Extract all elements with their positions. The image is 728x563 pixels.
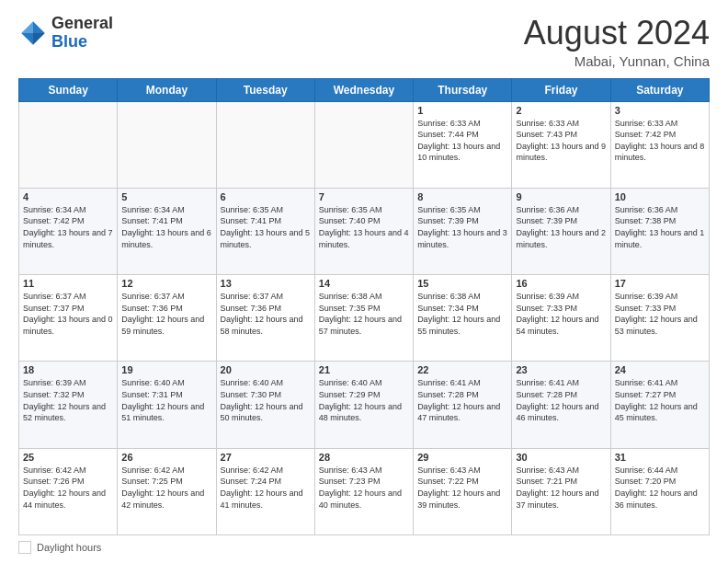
day-info: Sunrise: 6:40 AM Sunset: 7:30 PM Dayligh… — [221, 377, 311, 423]
calendar-week-row: 1Sunrise: 6:33 AM Sunset: 7:44 PM Daylig… — [19, 101, 710, 188]
day-header-saturday: Saturday — [610, 78, 709, 101]
day-number: 2 — [516, 105, 606, 116]
calendar-week-row: 25Sunrise: 6:42 AM Sunset: 7:26 PM Dayli… — [19, 448, 710, 534]
calendar-cell: 14Sunrise: 6:38 AM Sunset: 7:35 PM Dayli… — [314, 275, 413, 362]
day-info: Sunrise: 6:42 AM Sunset: 7:26 PM Dayligh… — [23, 465, 113, 511]
logo-text-blue: Blue — [51, 32, 87, 51]
day-header-sunday: Sunday — [19, 78, 118, 101]
svg-marker-0 — [33, 21, 45, 33]
calendar-cell: 21Sunrise: 6:40 AM Sunset: 7:29 PM Dayli… — [314, 362, 413, 448]
calendar-cell — [216, 101, 314, 188]
footer: Daylight hours — [18, 541, 710, 554]
day-info: Sunrise: 6:39 AM Sunset: 7:32 PM Dayligh… — [23, 377, 113, 423]
day-info: Sunrise: 6:36 AM Sunset: 7:39 PM Dayligh… — [516, 204, 606, 250]
calendar-cell: 2Sunrise: 6:33 AM Sunset: 7:43 PM Daylig… — [512, 101, 610, 188]
calendar-cell: 12Sunrise: 6:37 AM Sunset: 7:36 PM Dayli… — [118, 275, 216, 362]
day-info: Sunrise: 6:39 AM Sunset: 7:33 PM Dayligh… — [516, 291, 606, 337]
day-number: 21 — [319, 364, 409, 375]
day-info: Sunrise: 6:35 AM Sunset: 7:41 PM Dayligh… — [221, 204, 311, 250]
day-info: Sunrise: 6:43 AM Sunset: 7:22 PM Dayligh… — [417, 465, 507, 511]
day-info: Sunrise: 6:41 AM Sunset: 7:28 PM Dayligh… — [417, 377, 507, 423]
day-number: 27 — [221, 452, 311, 463]
day-info: Sunrise: 6:33 AM Sunset: 7:43 PM Dayligh… — [516, 118, 606, 164]
day-info: Sunrise: 6:37 AM Sunset: 7:36 PM Dayligh… — [221, 291, 311, 337]
calendar-cell: 15Sunrise: 6:38 AM Sunset: 7:34 PM Dayli… — [414, 275, 512, 362]
day-number: 3 — [615, 105, 705, 116]
day-number: 31 — [615, 452, 705, 463]
calendar-cell: 26Sunrise: 6:42 AM Sunset: 7:25 PM Dayli… — [118, 448, 216, 534]
day-info: Sunrise: 6:42 AM Sunset: 7:24 PM Dayligh… — [221, 465, 311, 511]
day-info: Sunrise: 6:43 AM Sunset: 7:21 PM Dayligh… — [516, 465, 606, 511]
day-number: 23 — [516, 364, 606, 375]
day-number: 13 — [221, 278, 311, 289]
calendar-header-row: SundayMondayTuesdayWednesdayThursdayFrid… — [19, 78, 710, 101]
day-info: Sunrise: 6:34 AM Sunset: 7:42 PM Dayligh… — [23, 204, 113, 250]
day-number: 7 — [319, 191, 409, 202]
day-info: Sunrise: 6:41 AM Sunset: 7:28 PM Dayligh… — [516, 377, 606, 423]
title-block: August 2024 Mabai, Yunnan, China — [524, 15, 710, 69]
day-number: 5 — [121, 191, 211, 202]
calendar-cell: 31Sunrise: 6:44 AM Sunset: 7:20 PM Dayli… — [610, 448, 709, 534]
day-info: Sunrise: 6:35 AM Sunset: 7:39 PM Dayligh… — [417, 204, 507, 250]
calendar-cell: 20Sunrise: 6:40 AM Sunset: 7:30 PM Dayli… — [216, 362, 314, 448]
day-number: 16 — [516, 278, 606, 289]
calendar-cell: 6Sunrise: 6:35 AM Sunset: 7:41 PM Daylig… — [216, 188, 314, 274]
footer-label: Daylight hours — [37, 542, 101, 553]
calendar-week-row: 11Sunrise: 6:37 AM Sunset: 7:37 PM Dayli… — [19, 275, 710, 362]
day-number: 4 — [23, 191, 113, 202]
svg-marker-1 — [21, 21, 33, 33]
calendar-cell: 11Sunrise: 6:37 AM Sunset: 7:37 PM Dayli… — [19, 275, 118, 362]
day-info: Sunrise: 6:33 AM Sunset: 7:44 PM Dayligh… — [417, 118, 507, 164]
calendar-cell: 13Sunrise: 6:37 AM Sunset: 7:36 PM Dayli… — [216, 275, 314, 362]
day-header-thursday: Thursday — [414, 78, 512, 101]
day-info: Sunrise: 6:42 AM Sunset: 7:25 PM Dayligh… — [121, 465, 211, 511]
calendar-cell: 25Sunrise: 6:42 AM Sunset: 7:26 PM Dayli… — [19, 448, 118, 534]
day-header-monday: Monday — [118, 78, 216, 101]
day-number: 8 — [417, 191, 507, 202]
svg-marker-2 — [21, 33, 33, 45]
calendar-cell: 9Sunrise: 6:36 AM Sunset: 7:39 PM Daylig… — [512, 188, 610, 274]
calendar-week-row: 4Sunrise: 6:34 AM Sunset: 7:42 PM Daylig… — [19, 188, 710, 274]
calendar-cell: 19Sunrise: 6:40 AM Sunset: 7:31 PM Dayli… — [118, 362, 216, 448]
calendar-cell: 7Sunrise: 6:35 AM Sunset: 7:40 PM Daylig… — [314, 188, 413, 274]
calendar-cell: 22Sunrise: 6:41 AM Sunset: 7:28 PM Dayli… — [414, 362, 512, 448]
calendar-cell: 3Sunrise: 6:33 AM Sunset: 7:42 PM Daylig… — [610, 101, 709, 188]
day-number: 1 — [417, 105, 507, 116]
day-number: 12 — [121, 278, 211, 289]
day-info: Sunrise: 6:43 AM Sunset: 7:23 PM Dayligh… — [319, 465, 409, 511]
location: Mabai, Yunnan, China — [524, 53, 710, 69]
calendar-cell: 4Sunrise: 6:34 AM Sunset: 7:42 PM Daylig… — [19, 188, 118, 274]
calendar-cell — [314, 101, 413, 188]
day-number: 25 — [23, 452, 113, 463]
calendar-cell: 30Sunrise: 6:43 AM Sunset: 7:21 PM Dayli… — [512, 448, 610, 534]
day-info: Sunrise: 6:38 AM Sunset: 7:34 PM Dayligh… — [417, 291, 507, 337]
header: General Blue August 2024 Mabai, Yunnan, … — [18, 15, 710, 69]
day-info: Sunrise: 6:39 AM Sunset: 7:33 PM Dayligh… — [615, 291, 705, 337]
calendar-cell: 17Sunrise: 6:39 AM Sunset: 7:33 PM Dayli… — [610, 275, 709, 362]
day-number: 15 — [417, 278, 507, 289]
day-info: Sunrise: 6:34 AM Sunset: 7:41 PM Dayligh… — [121, 204, 211, 250]
calendar-cell: 10Sunrise: 6:36 AM Sunset: 7:38 PM Dayli… — [610, 188, 709, 274]
day-number: 24 — [615, 364, 705, 375]
day-number: 22 — [417, 364, 507, 375]
svg-marker-3 — [33, 33, 45, 45]
footer-box — [18, 541, 31, 554]
day-number: 6 — [221, 191, 311, 202]
calendar-cell: 18Sunrise: 6:39 AM Sunset: 7:32 PM Dayli… — [19, 362, 118, 448]
day-info: Sunrise: 6:35 AM Sunset: 7:40 PM Dayligh… — [319, 204, 409, 250]
day-number: 19 — [121, 364, 211, 375]
calendar-cell: 27Sunrise: 6:42 AM Sunset: 7:24 PM Dayli… — [216, 448, 314, 534]
calendar-week-row: 18Sunrise: 6:39 AM Sunset: 7:32 PM Dayli… — [19, 362, 710, 448]
day-number: 30 — [516, 452, 606, 463]
calendar-cell: 29Sunrise: 6:43 AM Sunset: 7:22 PM Dayli… — [414, 448, 512, 534]
day-number: 20 — [221, 364, 311, 375]
month-title: August 2024 — [524, 15, 710, 52]
calendar-cell: 23Sunrise: 6:41 AM Sunset: 7:28 PM Dayli… — [512, 362, 610, 448]
day-header-wednesday: Wednesday — [314, 78, 413, 101]
day-number: 17 — [615, 278, 705, 289]
day-info: Sunrise: 6:44 AM Sunset: 7:20 PM Dayligh… — [615, 465, 705, 511]
day-info: Sunrise: 6:38 AM Sunset: 7:35 PM Dayligh… — [319, 291, 409, 337]
day-info: Sunrise: 6:40 AM Sunset: 7:31 PM Dayligh… — [121, 377, 211, 423]
day-header-friday: Friday — [512, 78, 610, 101]
calendar-table: SundayMondayTuesdayWednesdayThursdayFrid… — [18, 78, 710, 535]
